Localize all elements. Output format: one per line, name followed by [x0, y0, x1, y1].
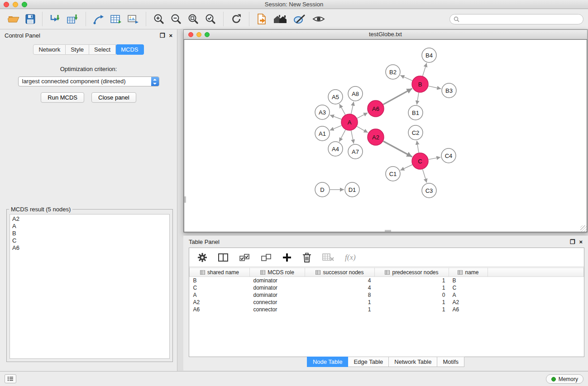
graph-edge-C-C1[interactable]: [400, 165, 412, 170]
window-resize-grip[interactable]: [580, 225, 587, 232]
column-header-successor-nodes[interactable]: successor nodes: [305, 268, 375, 277]
minimize-network-window-button[interactable]: [196, 32, 201, 37]
mcds-result-item[interactable]: A6: [12, 244, 167, 252]
float-panel-icon[interactable]: ❐: [160, 33, 165, 38]
graph-edge-A-A2[interactable]: [357, 126, 368, 133]
mcds-result-item[interactable]: C: [12, 237, 167, 244]
graph-edge-A-A4[interactable]: [339, 130, 345, 142]
table-row[interactable]: Bdominator41B: [190, 277, 584, 284]
graph-node-A1[interactable]: A1: [315, 126, 330, 141]
column-header-shared-name[interactable]: shared name: [190, 268, 250, 277]
refresh-layout-button[interactable]: [228, 12, 245, 26]
graph-edge-A-A3[interactable]: [330, 115, 341, 119]
graph-edge-A-A7[interactable]: [351, 131, 354, 144]
graph-node-A2[interactable]: A2: [368, 129, 384, 145]
memory-button[interactable]: Memory: [546, 374, 583, 384]
column-header-name[interactable]: name: [449, 268, 488, 277]
graph-node-A6[interactable]: A6: [368, 100, 384, 117]
task-history-button[interactable]: [5, 374, 16, 383]
graph-edge-A-A8[interactable]: [351, 102, 354, 114]
graph-edge-C-C3[interactable]: [423, 169, 427, 183]
import-network-button[interactable]: [47, 13, 64, 25]
zoom-window-button[interactable]: [22, 2, 27, 7]
close-panel-icon[interactable]: ×: [169, 33, 172, 38]
tab-mcds[interactable]: MCDS: [116, 44, 143, 55]
close-network-window-button[interactable]: [188, 32, 193, 37]
tab-network[interactable]: Network: [33, 44, 66, 55]
close-table-panel-icon[interactable]: ×: [579, 239, 583, 245]
graph-node-D1[interactable]: D1: [345, 182, 359, 197]
run-mcds-button[interactable]: Run MCDS: [41, 92, 84, 103]
graph-node-C2[interactable]: C2: [408, 125, 423, 140]
graph-node-B2[interactable]: B2: [386, 65, 400, 79]
select-all-button[interactable]: [239, 253, 250, 262]
tab-edge-table[interactable]: Edge Table: [348, 357, 389, 367]
network-window-titlebar[interactable]: testGlobe.txt: [184, 30, 587, 39]
mcds-result-item[interactable]: A: [12, 223, 167, 230]
close-panel-button[interactable]: Close panel: [91, 92, 136, 103]
graph-edge-A2-C[interactable]: [383, 141, 412, 157]
graph-edge-B-B2[interactable]: [400, 75, 412, 81]
search-box[interactable]: [449, 14, 583, 24]
canvas-scroll-nub-bottom[interactable]: [385, 230, 391, 232]
network-canvas[interactable]: B4B2BB3A8A5A6B1A3AC2A1A2A4A7C4CC1DD1C3: [184, 39, 587, 232]
graph-node-C3[interactable]: C3: [422, 183, 436, 198]
tab-network-table[interactable]: Network Table: [389, 357, 437, 367]
table-row[interactable]: A2connector11A2: [190, 299, 584, 306]
column-header-mcds-role[interactable]: MCDS role: [250, 268, 305, 277]
new-network-button[interactable]: [90, 13, 107, 25]
show-columns-button[interactable]: [218, 253, 228, 262]
apply-style-button[interactable]: [290, 13, 309, 25]
graph-node-B[interactable]: B: [412, 76, 428, 92]
graph-edge-A-A1[interactable]: [330, 125, 342, 130]
new-table-button[interactable]: [107, 13, 124, 25]
tab-style[interactable]: Style: [66, 44, 89, 55]
graph-node-C1[interactable]: C1: [386, 167, 400, 181]
graph-node-B3[interactable]: B3: [442, 83, 456, 98]
graph-node-B4[interactable]: B4: [422, 48, 436, 62]
tab-node-table[interactable]: Node Table: [307, 357, 349, 367]
mcds-result-item[interactable]: A2: [12, 215, 167, 223]
graph-edge-C-C4[interactable]: [429, 157, 441, 159]
minimize-window-button[interactable]: [13, 2, 18, 7]
graph-edge-A6-B[interactable]: [383, 89, 412, 105]
graph-node-D[interactable]: D: [315, 182, 330, 197]
graph-node-A3[interactable]: A3: [315, 105, 330, 119]
mcds-result-item[interactable]: B: [12, 230, 167, 237]
float-table-panel-icon[interactable]: ❐: [570, 239, 575, 245]
column-header-predecessor-nodes[interactable]: predecessor nodes: [375, 268, 449, 277]
tab-select[interactable]: Select: [89, 44, 116, 55]
zoom-selected-button[interactable]: [202, 12, 219, 26]
criterion-dropdown[interactable]: largest connected component (directed): [18, 76, 159, 86]
table-row[interactable]: A6connector11A6: [190, 306, 584, 313]
graph-edge-B-B1[interactable]: [417, 93, 419, 105]
open-session-button[interactable]: [5, 13, 23, 25]
tab-motifs[interactable]: Motifs: [437, 357, 464, 367]
home-view-button[interactable]: [270, 13, 290, 25]
table-row[interactable]: Adominator80A: [190, 291, 584, 299]
graph-edge-C-C2[interactable]: [417, 141, 419, 152]
graph-node-C4[interactable]: C4: [441, 148, 456, 163]
deselect-all-button[interactable]: [261, 253, 272, 262]
graph-node-A8[interactable]: A8: [348, 86, 363, 101]
zoom-network-window-button[interactable]: [205, 32, 210, 37]
export-image-button[interactable]: [124, 13, 142, 25]
show-hide-button[interactable]: [309, 13, 328, 25]
graph-node-B1[interactable]: B1: [408, 105, 423, 120]
graph-node-A4[interactable]: A4: [328, 142, 343, 156]
graph-edge-A-A5[interactable]: [339, 104, 345, 115]
table-settings-button[interactable]: [197, 253, 207, 262]
graph-node-A[interactable]: A: [341, 114, 358, 130]
graph-edge-B-B3[interactable]: [429, 86, 441, 89]
save-session-button[interactable]: [23, 13, 38, 25]
graph-edge-A-A6[interactable]: [357, 113, 368, 118]
close-window-button[interactable]: [4, 2, 9, 7]
graph-node-A7[interactable]: A7: [348, 144, 363, 159]
delete-column-button[interactable]: [302, 253, 311, 262]
function-builder-button[interactable]: f(x): [345, 253, 356, 262]
search-input[interactable]: [462, 16, 579, 22]
canvas-scroll-nub-left[interactable]: [184, 196, 186, 203]
import-table-button[interactable]: [64, 13, 81, 25]
table-row[interactable]: Cdominator41C: [190, 284, 584, 291]
delete-table-button[interactable]: [322, 253, 334, 262]
